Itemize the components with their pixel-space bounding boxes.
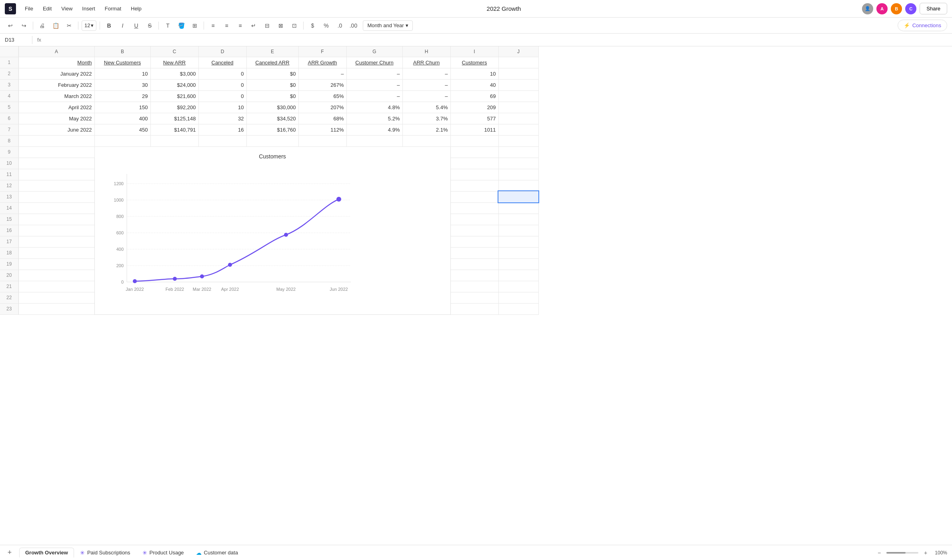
cell-i12[interactable] — [450, 180, 498, 191]
cell-j2[interactable] — [498, 68, 538, 79]
cell-i10[interactable] — [450, 158, 498, 169]
cell-h7[interactable]: 2.1% — [402, 124, 450, 135]
cell-i7[interactable]: 1011 — [450, 124, 498, 135]
col-header-i[interactable]: I — [450, 46, 498, 57]
cell-f7[interactable]: 112% — [298, 124, 346, 135]
menu-insert[interactable]: Insert — [78, 4, 99, 13]
cell-c3[interactable]: $24,000 — [150, 79, 198, 90]
paint-bucket-button[interactable]: 🪣 — [176, 20, 187, 31]
sheet-tab-customer-data[interactable]: ☁ Customer data — [190, 548, 244, 558]
cell-h1[interactable]: ARR Churn — [402, 57, 450, 68]
cell-f4[interactable]: 65% — [298, 90, 346, 102]
cell-i19[interactable] — [450, 258, 498, 270]
text-format-button[interactable]: T — [162, 20, 173, 31]
menu-edit[interactable]: Edit — [39, 4, 56, 13]
sheet-tab-paid-subscriptions[interactable]: ✳ Paid Subscriptions — [74, 548, 136, 558]
cell-b4[interactable]: 29 — [94, 90, 150, 102]
valign-top-button[interactable]: ⊡ — [289, 20, 300, 31]
cell-f5[interactable]: 207% — [298, 102, 346, 113]
cell-g3[interactable]: – — [346, 79, 402, 90]
align-right-button[interactable]: ≡ — [234, 20, 246, 31]
underline-button[interactable]: U — [130, 20, 142, 31]
valign-middle-button[interactable]: ⊟ — [262, 20, 273, 31]
cell-j12[interactable] — [498, 180, 538, 191]
cell-reference[interactable]: D13 — [5, 37, 29, 43]
cell-j17[interactable] — [498, 236, 538, 247]
undo-button[interactable]: ↩ — [5, 20, 16, 31]
cell-h2[interactable]: – — [402, 68, 450, 79]
cell-h3[interactable]: – — [402, 79, 450, 90]
cell-a15[interactable] — [18, 214, 94, 225]
cell-g6[interactable]: 5.2% — [346, 113, 402, 124]
cell-j15[interactable] — [498, 214, 538, 225]
cell-i2[interactable]: 10 — [450, 68, 498, 79]
font-size-selector[interactable]: 12 ▾ — [82, 20, 96, 31]
cell-g5[interactable]: 4.8% — [346, 102, 402, 113]
cell-a6[interactable]: May 2022 — [18, 113, 94, 124]
col-header-d[interactable]: D — [198, 46, 246, 57]
cell-a20[interactable] — [18, 270, 94, 281]
align-left-button[interactable]: ≡ — [207, 20, 218, 31]
cell-c1[interactable]: New ARR — [150, 57, 198, 68]
cell-a3[interactable]: February 2022 — [18, 79, 94, 90]
cell-f1[interactable]: ARR Growth — [298, 57, 346, 68]
cell-a13[interactable] — [18, 191, 94, 202]
cell-j22[interactable] — [498, 292, 538, 303]
col-header-c[interactable]: C — [150, 46, 198, 57]
print-button[interactable]: 🖨 — [36, 20, 48, 31]
cell-b2[interactable]: 10 — [94, 68, 150, 79]
cell-e4[interactable]: $0 — [246, 90, 298, 102]
cell-b7[interactable]: 450 — [94, 124, 150, 135]
cell-j6[interactable] — [498, 113, 538, 124]
cell-j21[interactable] — [498, 281, 538, 292]
cell-a19[interactable] — [18, 258, 94, 270]
cell-d7[interactable]: 16 — [198, 124, 246, 135]
decrease-decimal-button[interactable]: .0 — [334, 20, 345, 31]
cell-d2[interactable]: 0 — [198, 68, 246, 79]
cell-a5[interactable]: April 2022 — [18, 102, 94, 113]
cell-a12[interactable] — [18, 180, 94, 191]
cell-i5[interactable]: 209 — [450, 102, 498, 113]
cell-g7[interactable]: 4.9% — [346, 124, 402, 135]
cell-a2[interactable]: January 2022 — [18, 68, 94, 79]
cell-e2[interactable]: $0 — [246, 68, 298, 79]
cell-c2[interactable]: $3,000 — [150, 68, 198, 79]
cell-j8[interactable] — [498, 135, 538, 146]
cell-f2[interactable]: – — [298, 68, 346, 79]
italic-button[interactable]: I — [117, 20, 128, 31]
cell-a16[interactable] — [18, 225, 94, 236]
currency-button[interactable]: $ — [307, 20, 318, 31]
cell-i4[interactable]: 69 — [450, 90, 498, 102]
add-sheet-button[interactable]: + — [5, 548, 14, 558]
cell-d5[interactable]: 10 — [198, 102, 246, 113]
align-center-button[interactable]: ≡ — [221, 20, 232, 31]
redo-button[interactable]: ↪ — [18, 20, 30, 31]
cell-e8[interactable] — [246, 135, 298, 146]
cell-i16[interactable] — [450, 225, 498, 236]
cell-j18[interactable] — [498, 247, 538, 258]
cell-a23[interactable] — [18, 303, 94, 314]
cell-h6[interactable]: 3.7% — [402, 113, 450, 124]
cell-d6[interactable]: 32 — [198, 113, 246, 124]
cell-j1[interactable] — [498, 57, 538, 68]
zoom-slider[interactable] — [886, 552, 918, 554]
cell-i9[interactable] — [450, 146, 498, 158]
cell-c5[interactable]: $92,200 — [150, 102, 198, 113]
cell-e3[interactable]: $0 — [246, 79, 298, 90]
cell-i18[interactable] — [450, 247, 498, 258]
cell-b8[interactable] — [94, 135, 150, 146]
cell-e1[interactable]: Canceled ARR — [246, 57, 298, 68]
cell-e7[interactable]: $16,760 — [246, 124, 298, 135]
sheet-tab-growth-overview[interactable]: Growth Overview — [19, 548, 74, 558]
cell-a8[interactable] — [18, 135, 94, 146]
col-header-h[interactable]: H — [402, 46, 450, 57]
cell-d4[interactable]: 0 — [198, 90, 246, 102]
cell-j16[interactable] — [498, 225, 538, 236]
cell-i23[interactable] — [450, 303, 498, 314]
cell-a21[interactable] — [18, 281, 94, 292]
sheet-tab-product-usage[interactable]: ✳ Product Usage — [136, 548, 190, 558]
cell-j9[interactable] — [498, 146, 538, 158]
col-header-e[interactable]: E — [246, 46, 298, 57]
cell-c4[interactable]: $21,600 — [150, 90, 198, 102]
cell-a17[interactable] — [18, 236, 94, 247]
